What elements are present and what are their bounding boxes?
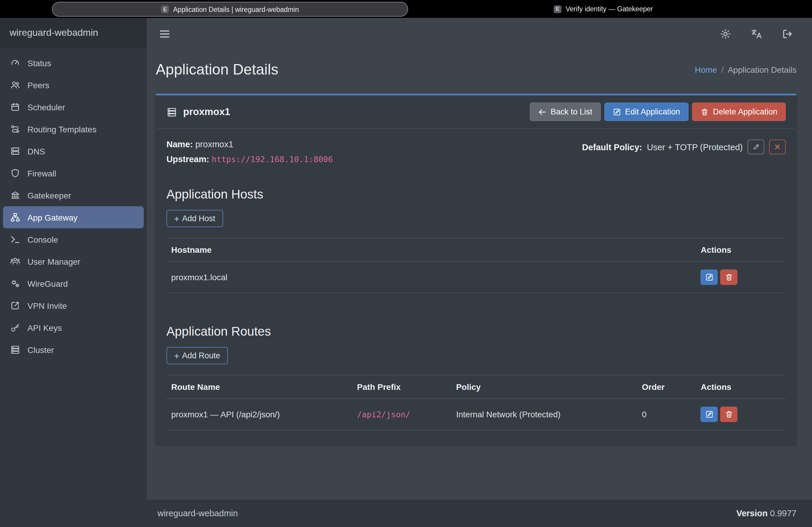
application-name-heading: proxmox1: [166, 106, 230, 118]
upstream-field: Upstream: https://192.168.10.1:8006: [166, 154, 333, 164]
route-name-cell: proxmox1 — API (/api2/json/): [166, 398, 352, 430]
pen-square-icon: [612, 108, 621, 116]
settings-button[interactable]: [717, 26, 734, 42]
breadcrumb-separator: /: [721, 65, 724, 74]
page-header: Application Details Home/Application Det…: [156, 50, 797, 94]
delete-route-button[interactable]: [721, 407, 738, 422]
pen-square-icon: [705, 410, 713, 419]
sidebar-item-firewall[interactable]: Firewall: [3, 162, 144, 184]
edit-application-button[interactable]: Edit Application: [604, 103, 688, 121]
delete-application-button[interactable]: Delete Application: [692, 103, 786, 121]
button-label: Edit Application: [625, 107, 680, 116]
version-value: 0.9977: [770, 509, 797, 518]
sidebar-item-label: Peers: [27, 80, 49, 90]
favicon-icon: E: [554, 5, 562, 13]
server-stack-icon: [10, 345, 20, 355]
page-title: Application Details: [156, 61, 278, 78]
edit-policy-button[interactable]: [748, 139, 764, 154]
browser-tab-active[interactable]: E Application Details | wireguard-webadm…: [52, 2, 408, 17]
routes-table: Route Name Path Prefix Policy Order Acti…: [166, 375, 786, 431]
route-icon: [10, 124, 20, 134]
trash-icon: [725, 410, 733, 419]
sidebar-brand: wireguard-webadmin: [0, 18, 147, 48]
policy-value: User + TOTP (Protected): [647, 142, 743, 152]
language-button[interactable]: [748, 26, 765, 42]
path-prefix-cell: /api2/json/: [357, 409, 410, 419]
add-host-button[interactable]: + Add Host: [166, 210, 223, 227]
browser-tab-title: Verify identity — Gatekeeper: [566, 5, 653, 13]
content-area: Application Details Home/Application Det…: [147, 18, 812, 527]
sidebar-item-dns[interactable]: DNS: [3, 140, 144, 162]
main-layout: wireguard-webadmin Status Peers Schedule…: [0, 18, 812, 527]
route-policy-cell: Internal Network (Protected): [451, 398, 637, 430]
header-buttons: Back to List Edit Application Delete App…: [530, 103, 786, 121]
pen-icon: [752, 143, 760, 151]
sidebar-item-gatekeeper[interactable]: Gatekeeper: [3, 184, 144, 206]
gears-icon: [10, 278, 20, 288]
sidebar-item-status[interactable]: Status: [3, 52, 144, 74]
button-label: Back to List: [551, 107, 592, 116]
edit-route-button[interactable]: [701, 407, 718, 422]
hosts-table-header-row: Hostname Actions: [166, 238, 786, 261]
add-route-button[interactable]: + Add Route: [166, 347, 228, 364]
sidebar-item-app-gateway[interactable]: App Gateway: [3, 206, 144, 228]
sidebar-item-label: User Manager: [27, 257, 80, 266]
sidebar-nav: Status Peers Scheduler Routing Templates…: [0, 48, 147, 365]
bank-icon: [10, 190, 20, 200]
routes-table-header-row: Route Name Path Prefix Policy Order Acti…: [166, 375, 786, 398]
actions-column-header: Actions: [696, 375, 786, 398]
breadcrumb-home-link[interactable]: Home: [695, 65, 717, 74]
sidebar-item-label: WireGuard: [27, 279, 68, 288]
server-stack-icon: [166, 106, 177, 117]
host-table-row: proxmox1.local: [166, 261, 786, 293]
hosts-section-title: Application Hosts: [166, 187, 786, 201]
sidebar-item-label: Cluster: [27, 345, 54, 355]
gauge-icon: [10, 58, 20, 68]
page-body: Application Details Home/Application Det…: [147, 50, 812, 500]
sidebar-item-user-manager[interactable]: User Manager: [3, 251, 144, 272]
sidebar-item-console[interactable]: Console: [3, 228, 144, 251]
back-to-list-button[interactable]: Back to List: [530, 103, 601, 121]
path-prefix-column-header: Path Prefix: [352, 375, 451, 398]
sidebar-item-cluster[interactable]: Cluster: [3, 338, 144, 361]
logout-button[interactable]: [779, 26, 796, 42]
trash-icon: [700, 108, 709, 116]
menu-toggle-button[interactable]: [156, 26, 173, 42]
breadcrumb-current: Application Details: [728, 65, 797, 74]
name-label: Name:: [166, 139, 193, 149]
sidebar-item-wireguard[interactable]: WireGuard: [3, 272, 144, 295]
server-icon: [10, 146, 20, 156]
hostname-cell: proxmox1.local: [166, 261, 696, 293]
sidebar-item-label: DNS: [27, 146, 45, 156]
footer-version: Version 0.9977: [736, 509, 797, 518]
sidebar-item-peers[interactable]: Peers: [3, 74, 144, 96]
route-table-row: proxmox1 — API (/api2/json/) /api2/json/…: [166, 398, 786, 430]
breadcrumb: Home/Application Details: [695, 65, 797, 74]
application-name: proxmox1: [183, 106, 230, 118]
edit-host-button[interactable]: [701, 269, 718, 285]
policy-label: Default Policy:: [582, 142, 642, 152]
card-header: proxmox1 Back to List Edit Application: [156, 95, 797, 129]
sitemap-icon: [10, 212, 20, 222]
users-icon: [10, 80, 20, 90]
sidebar-item-label: Firewall: [27, 168, 56, 178]
application-details-card: proxmox1 Back to List Edit Application: [156, 94, 797, 445]
button-label: Delete Application: [713, 107, 778, 116]
upstream-value: https://192.168.10.1:8006: [212, 154, 333, 164]
sidebar-item-api-keys[interactable]: API Keys: [3, 317, 144, 338]
navbar-actions: [717, 26, 796, 42]
sidebar-item-vpn-invite[interactable]: VPN Invite: [3, 295, 144, 317]
sidebar-item-scheduler[interactable]: Scheduler: [3, 96, 144, 118]
sidebar-item-routing-templates[interactable]: Routing Templates: [3, 118, 144, 140]
page-footer: wireguard-webadmin Version 0.9977: [147, 500, 812, 527]
delete-host-button[interactable]: [721, 269, 738, 285]
browser-tab-background[interactable]: E Verify identity — Gatekeeper: [554, 0, 653, 18]
plus-icon: +: [174, 214, 179, 223]
browser-tab-title: Application Details | wireguard-webadmin: [173, 6, 299, 13]
remove-policy-button[interactable]: ✕: [769, 139, 786, 154]
menu-icon: [159, 28, 171, 40]
actions-column-header: Actions: [696, 238, 786, 261]
settings-gear-icon: [720, 28, 731, 40]
upstream-label: Upstream:: [166, 154, 209, 164]
language-icon: [751, 28, 763, 40]
